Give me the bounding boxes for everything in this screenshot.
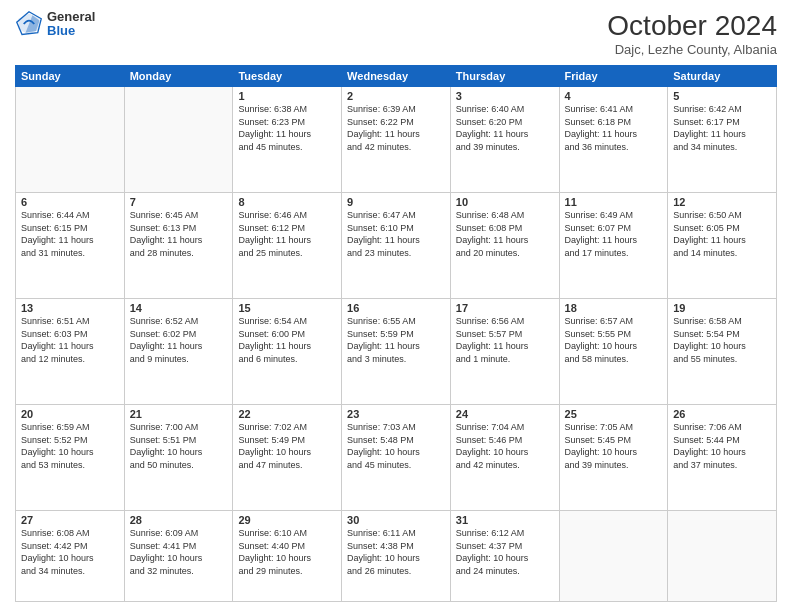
- table-row: 4Sunrise: 6:41 AM Sunset: 6:18 PM Daylig…: [559, 87, 668, 193]
- table-row: 10Sunrise: 6:48 AM Sunset: 6:08 PM Dayli…: [450, 193, 559, 299]
- day-info: Sunrise: 6:38 AM Sunset: 6:23 PM Dayligh…: [238, 103, 336, 153]
- day-number: 13: [21, 302, 119, 314]
- table-row: 28Sunrise: 6:09 AM Sunset: 4:41 PM Dayli…: [124, 511, 233, 602]
- day-info: Sunrise: 6:56 AM Sunset: 5:57 PM Dayligh…: [456, 315, 554, 365]
- table-row: 8Sunrise: 6:46 AM Sunset: 6:12 PM Daylig…: [233, 193, 342, 299]
- header-saturday: Saturday: [668, 66, 777, 87]
- day-info: Sunrise: 6:59 AM Sunset: 5:52 PM Dayligh…: [21, 421, 119, 471]
- day-number: 12: [673, 196, 771, 208]
- day-number: 18: [565, 302, 663, 314]
- table-row: 16Sunrise: 6:55 AM Sunset: 5:59 PM Dayli…: [342, 299, 451, 405]
- day-number: 11: [565, 196, 663, 208]
- table-row: 22Sunrise: 7:02 AM Sunset: 5:49 PM Dayli…: [233, 405, 342, 511]
- table-row: [559, 511, 668, 602]
- day-info: Sunrise: 6:54 AM Sunset: 6:00 PM Dayligh…: [238, 315, 336, 365]
- location: Dajc, Lezhe County, Albania: [607, 42, 777, 57]
- day-info: Sunrise: 6:55 AM Sunset: 5:59 PM Dayligh…: [347, 315, 445, 365]
- table-row: 5Sunrise: 6:42 AM Sunset: 6:17 PM Daylig…: [668, 87, 777, 193]
- day-info: Sunrise: 7:06 AM Sunset: 5:44 PM Dayligh…: [673, 421, 771, 471]
- table-row: 9Sunrise: 6:47 AM Sunset: 6:10 PM Daylig…: [342, 193, 451, 299]
- day-number: 25: [565, 408, 663, 420]
- day-info: Sunrise: 6:12 AM Sunset: 4:37 PM Dayligh…: [456, 527, 554, 577]
- day-info: Sunrise: 6:44 AM Sunset: 6:15 PM Dayligh…: [21, 209, 119, 259]
- day-info: Sunrise: 6:49 AM Sunset: 6:07 PM Dayligh…: [565, 209, 663, 259]
- table-row: 27Sunrise: 6:08 AM Sunset: 4:42 PM Dayli…: [16, 511, 125, 602]
- day-info: Sunrise: 6:11 AM Sunset: 4:38 PM Dayligh…: [347, 527, 445, 577]
- day-info: Sunrise: 6:46 AM Sunset: 6:12 PM Dayligh…: [238, 209, 336, 259]
- day-info: Sunrise: 6:42 AM Sunset: 6:17 PM Dayligh…: [673, 103, 771, 153]
- table-row: 7Sunrise: 6:45 AM Sunset: 6:13 PM Daylig…: [124, 193, 233, 299]
- day-number: 6: [21, 196, 119, 208]
- day-number: 31: [456, 514, 554, 526]
- table-row: 11Sunrise: 6:49 AM Sunset: 6:07 PM Dayli…: [559, 193, 668, 299]
- table-row: 15Sunrise: 6:54 AM Sunset: 6:00 PM Dayli…: [233, 299, 342, 405]
- day-info: Sunrise: 6:58 AM Sunset: 5:54 PM Dayligh…: [673, 315, 771, 365]
- header-thursday: Thursday: [450, 66, 559, 87]
- table-row: 30Sunrise: 6:11 AM Sunset: 4:38 PM Dayli…: [342, 511, 451, 602]
- day-number: 21: [130, 408, 228, 420]
- header-friday: Friday: [559, 66, 668, 87]
- day-info: Sunrise: 6:52 AM Sunset: 6:02 PM Dayligh…: [130, 315, 228, 365]
- day-info: Sunrise: 6:08 AM Sunset: 4:42 PM Dayligh…: [21, 527, 119, 577]
- day-number: 30: [347, 514, 445, 526]
- table-row: 20Sunrise: 6:59 AM Sunset: 5:52 PM Dayli…: [16, 405, 125, 511]
- logo-text: General Blue: [47, 10, 95, 39]
- day-number: 28: [130, 514, 228, 526]
- table-row: 23Sunrise: 7:03 AM Sunset: 5:48 PM Dayli…: [342, 405, 451, 511]
- day-info: Sunrise: 7:02 AM Sunset: 5:49 PM Dayligh…: [238, 421, 336, 471]
- table-row: 14Sunrise: 6:52 AM Sunset: 6:02 PM Dayli…: [124, 299, 233, 405]
- day-number: 3: [456, 90, 554, 102]
- page: General Blue October 2024 Dajc, Lezhe Co…: [0, 0, 792, 612]
- table-row: [16, 87, 125, 193]
- day-info: Sunrise: 7:00 AM Sunset: 5:51 PM Dayligh…: [130, 421, 228, 471]
- day-number: 4: [565, 90, 663, 102]
- logo-blue-text: Blue: [47, 24, 95, 38]
- day-info: Sunrise: 6:57 AM Sunset: 5:55 PM Dayligh…: [565, 315, 663, 365]
- table-row: 29Sunrise: 6:10 AM Sunset: 4:40 PM Dayli…: [233, 511, 342, 602]
- day-info: Sunrise: 6:40 AM Sunset: 6:20 PM Dayligh…: [456, 103, 554, 153]
- logo: General Blue: [15, 10, 95, 39]
- day-info: Sunrise: 7:04 AM Sunset: 5:46 PM Dayligh…: [456, 421, 554, 471]
- table-row: 19Sunrise: 6:58 AM Sunset: 5:54 PM Dayli…: [668, 299, 777, 405]
- day-number: 9: [347, 196, 445, 208]
- day-number: 16: [347, 302, 445, 314]
- day-number: 24: [456, 408, 554, 420]
- table-row: 24Sunrise: 7:04 AM Sunset: 5:46 PM Dayli…: [450, 405, 559, 511]
- day-number: 5: [673, 90, 771, 102]
- table-row: 26Sunrise: 7:06 AM Sunset: 5:44 PM Dayli…: [668, 405, 777, 511]
- day-info: Sunrise: 6:47 AM Sunset: 6:10 PM Dayligh…: [347, 209, 445, 259]
- table-row: [668, 511, 777, 602]
- header-tuesday: Tuesday: [233, 66, 342, 87]
- day-info: Sunrise: 6:48 AM Sunset: 6:08 PM Dayligh…: [456, 209, 554, 259]
- table-row: 13Sunrise: 6:51 AM Sunset: 6:03 PM Dayli…: [16, 299, 125, 405]
- day-number: 14: [130, 302, 228, 314]
- day-number: 22: [238, 408, 336, 420]
- day-number: 1: [238, 90, 336, 102]
- day-info: Sunrise: 7:05 AM Sunset: 5:45 PM Dayligh…: [565, 421, 663, 471]
- day-number: 10: [456, 196, 554, 208]
- month-title: October 2024: [607, 10, 777, 42]
- day-number: 2: [347, 90, 445, 102]
- table-row: 17Sunrise: 6:56 AM Sunset: 5:57 PM Dayli…: [450, 299, 559, 405]
- day-number: 29: [238, 514, 336, 526]
- day-number: 23: [347, 408, 445, 420]
- day-info: Sunrise: 6:41 AM Sunset: 6:18 PM Dayligh…: [565, 103, 663, 153]
- day-number: 27: [21, 514, 119, 526]
- table-row: 6Sunrise: 6:44 AM Sunset: 6:15 PM Daylig…: [16, 193, 125, 299]
- table-row: 1Sunrise: 6:38 AM Sunset: 6:23 PM Daylig…: [233, 87, 342, 193]
- table-row: 21Sunrise: 7:00 AM Sunset: 5:51 PM Dayli…: [124, 405, 233, 511]
- day-number: 7: [130, 196, 228, 208]
- table-row: 31Sunrise: 6:12 AM Sunset: 4:37 PM Dayli…: [450, 511, 559, 602]
- title-block: October 2024 Dajc, Lezhe County, Albania: [607, 10, 777, 57]
- day-info: Sunrise: 6:51 AM Sunset: 6:03 PM Dayligh…: [21, 315, 119, 365]
- day-info: Sunrise: 6:39 AM Sunset: 6:22 PM Dayligh…: [347, 103, 445, 153]
- header-monday: Monday: [124, 66, 233, 87]
- day-number: 20: [21, 408, 119, 420]
- table-row: [124, 87, 233, 193]
- day-number: 19: [673, 302, 771, 314]
- header: General Blue October 2024 Dajc, Lezhe Co…: [15, 10, 777, 57]
- day-info: Sunrise: 6:10 AM Sunset: 4:40 PM Dayligh…: [238, 527, 336, 577]
- calendar-header-row: Sunday Monday Tuesday Wednesday Thursday…: [16, 66, 777, 87]
- header-sunday: Sunday: [16, 66, 125, 87]
- day-info: Sunrise: 6:50 AM Sunset: 6:05 PM Dayligh…: [673, 209, 771, 259]
